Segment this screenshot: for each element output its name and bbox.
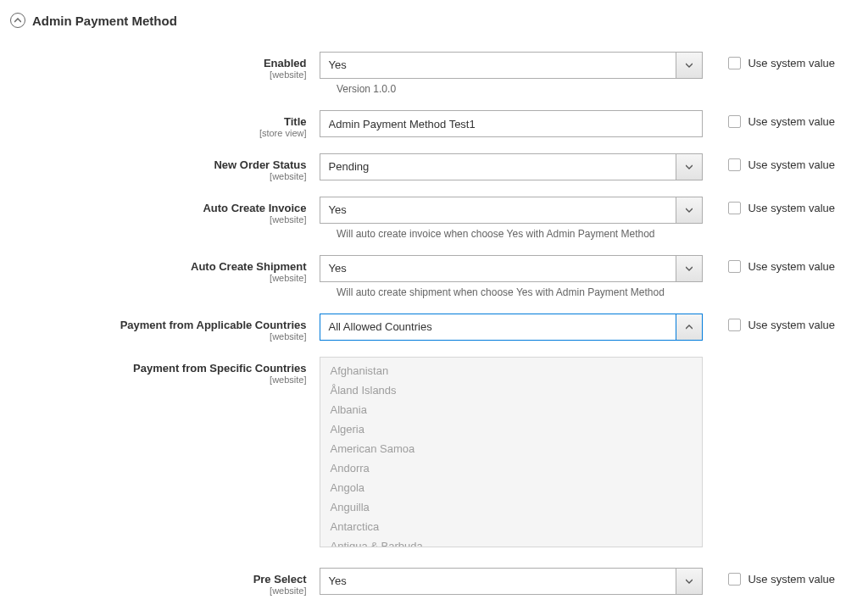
row-new-order-status: New Order Status [website] Pending Use s… xyxy=(10,153,858,181)
control-col: Yes xyxy=(320,52,704,79)
chevron-down-icon[interactable] xyxy=(676,153,703,180)
control-col: Pending xyxy=(320,153,704,180)
system-value-checkbox[interactable] xyxy=(728,57,741,69)
system-value-checkbox[interactable] xyxy=(728,158,741,171)
system-value-label: Use system value xyxy=(748,573,835,586)
select-value: Yes xyxy=(320,568,676,595)
field-label: Enabled xyxy=(10,57,307,69)
country-option: Andorra xyxy=(320,458,703,478)
label-col: New Order Status [website] xyxy=(10,153,320,181)
system-value-label: Use system value xyxy=(748,158,835,171)
auto-shipment-select[interactable]: Yes xyxy=(320,255,704,282)
system-value-col: Use system value xyxy=(703,153,858,171)
country-option: Åland Islands xyxy=(320,380,703,400)
field-label: Payment from Applicable Countries xyxy=(10,319,307,331)
field-label: New Order Status xyxy=(10,158,307,171)
field-label: Title xyxy=(10,115,307,128)
field-scope: [website] xyxy=(10,214,307,225)
enabled-select[interactable]: Yes xyxy=(320,52,704,79)
label-col: Title [store view] xyxy=(10,110,320,138)
country-option: Angola xyxy=(320,478,703,497)
control-col: AfghanistanÅland IslandsAlbaniaAlgeriaAm… xyxy=(320,357,704,547)
system-value-col: Use system value xyxy=(703,568,858,586)
label-col: Auto Create Shipment [website] xyxy=(10,255,320,283)
row-specific-countries: Payment from Specific Countries [website… xyxy=(10,357,858,547)
new-order-status-select[interactable]: Pending xyxy=(320,153,704,180)
country-option: American Samoa xyxy=(320,439,703,458)
note-text: Will auto create invoice when choose Yes… xyxy=(337,228,655,240)
system-value-col: Use system value xyxy=(703,255,858,273)
control-col: Yes xyxy=(320,568,704,595)
field-scope: [website] xyxy=(10,273,307,283)
system-value-col: Use system value xyxy=(703,110,858,128)
field-label: Payment from Specific Countries xyxy=(10,362,307,375)
label-col: Payment from Specific Countries [website… xyxy=(10,357,320,385)
select-value: Yes xyxy=(320,197,676,224)
row-auto-invoice: Auto Create Invoice [website] Yes Use sy… xyxy=(10,197,858,225)
system-value-checkbox[interactable] xyxy=(728,115,741,128)
field-scope: [store view] xyxy=(10,128,307,138)
chevron-down-icon[interactable] xyxy=(676,52,703,79)
row-title: Title [store view] Use system value xyxy=(10,110,858,138)
select-value: Yes xyxy=(320,52,676,79)
system-value-label: Use system value xyxy=(748,202,835,214)
chevron-up-icon[interactable] xyxy=(676,314,703,341)
row-pre-select: Pre Select [website] Yes Use system valu… xyxy=(10,568,858,596)
note-row-shipment: Will auto create shipment when choose Ye… xyxy=(10,286,858,298)
applicable-countries-select[interactable]: All Allowed Countries xyxy=(320,314,704,341)
control-col: All Allowed Countries xyxy=(320,314,704,341)
control-col xyxy=(320,110,704,137)
label-col: Payment from Applicable Countries [websi… xyxy=(10,314,320,341)
row-enabled: Enabled [website] Yes Use system value xyxy=(10,52,858,80)
field-scope: [website] xyxy=(10,69,307,80)
system-value-col: Use system value xyxy=(703,197,858,214)
chevron-down-icon[interactable] xyxy=(676,568,703,595)
system-value-label: Use system value xyxy=(748,260,835,273)
row-applicable-countries: Payment from Applicable Countries [websi… xyxy=(10,314,858,341)
field-scope: [website] xyxy=(10,331,307,341)
field-label: Auto Create Invoice xyxy=(10,202,307,214)
note-text: Version 1.0.0 xyxy=(337,83,396,95)
collapse-icon[interactable] xyxy=(10,13,25,28)
chevron-down-icon[interactable] xyxy=(676,197,703,224)
label-col: Pre Select [website] xyxy=(10,568,320,596)
select-value: All Allowed Countries xyxy=(320,314,676,341)
label-col: Auto Create Invoice [website] xyxy=(10,197,320,225)
control-col: Yes xyxy=(320,255,704,282)
country-option: Antarctica xyxy=(320,517,703,536)
country-option: Albania xyxy=(320,400,703,419)
country-option: Antigua & Barbuda xyxy=(320,536,703,547)
row-auto-shipment: Auto Create Shipment [website] Yes Use s… xyxy=(10,255,858,283)
system-value-col: Use system value xyxy=(703,314,858,331)
system-value-col: Use system value xyxy=(703,52,858,69)
select-value: Pending xyxy=(320,153,676,180)
field-label: Auto Create Shipment xyxy=(10,260,307,273)
country-option: Afghanistan xyxy=(320,361,703,380)
section-title: Admin Payment Method xyxy=(32,14,177,28)
title-input[interactable] xyxy=(320,110,704,137)
control-col: Yes xyxy=(320,197,704,224)
note-text: Will auto create shipment when choose Ye… xyxy=(337,286,665,298)
system-value-checkbox[interactable] xyxy=(728,260,741,273)
auto-invoice-select[interactable]: Yes xyxy=(320,197,704,224)
country-option: Anguilla xyxy=(320,497,703,517)
field-scope: [website] xyxy=(10,586,307,596)
system-value-checkbox[interactable] xyxy=(728,573,741,586)
system-value-checkbox[interactable] xyxy=(728,202,741,214)
specific-countries-multiselect: AfghanistanÅland IslandsAlbaniaAlgeriaAm… xyxy=(320,357,704,547)
system-value-label: Use system value xyxy=(748,115,835,128)
pre-select-select[interactable]: Yes xyxy=(320,568,704,595)
system-value-checkbox[interactable] xyxy=(728,319,741,331)
label-col: Enabled [website] xyxy=(10,52,320,80)
country-option: Algeria xyxy=(320,419,703,439)
select-value: Yes xyxy=(320,255,676,282)
chevron-down-icon[interactable] xyxy=(676,255,703,282)
note-row-invoice: Will auto create invoice when choose Yes… xyxy=(10,228,858,240)
section-header: Admin Payment Method xyxy=(10,13,858,28)
system-value-col xyxy=(703,357,858,362)
field-scope: [website] xyxy=(10,375,307,385)
system-value-label: Use system value xyxy=(748,57,835,69)
system-value-label: Use system value xyxy=(748,319,835,331)
note-row-enabled: Version 1.0.0 xyxy=(10,83,858,95)
field-label: Pre Select xyxy=(10,573,307,586)
